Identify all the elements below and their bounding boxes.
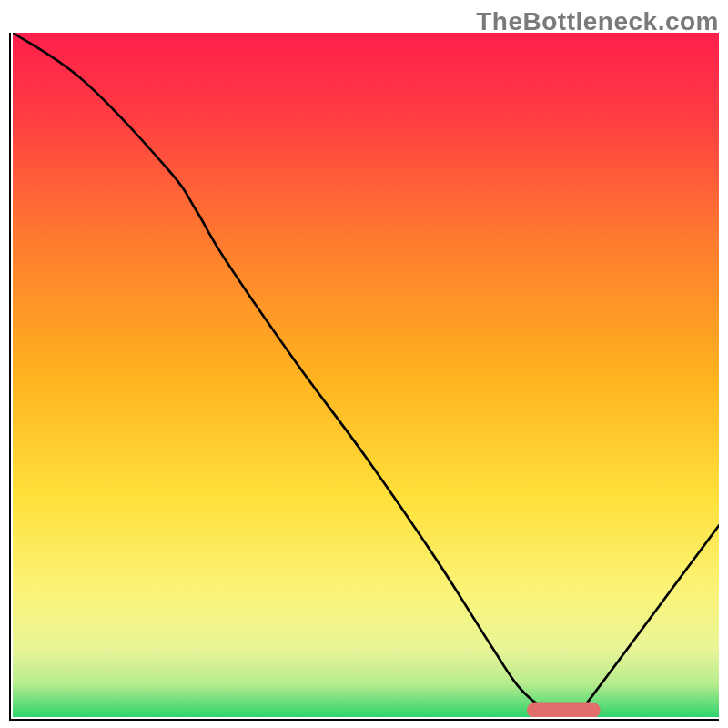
bottleneck-chart: TheBottleneck.com [0, 0, 728, 728]
plot-area [9, 33, 719, 721]
curve-layer [13, 33, 719, 717]
bottleneck-curve [13, 33, 719, 715]
